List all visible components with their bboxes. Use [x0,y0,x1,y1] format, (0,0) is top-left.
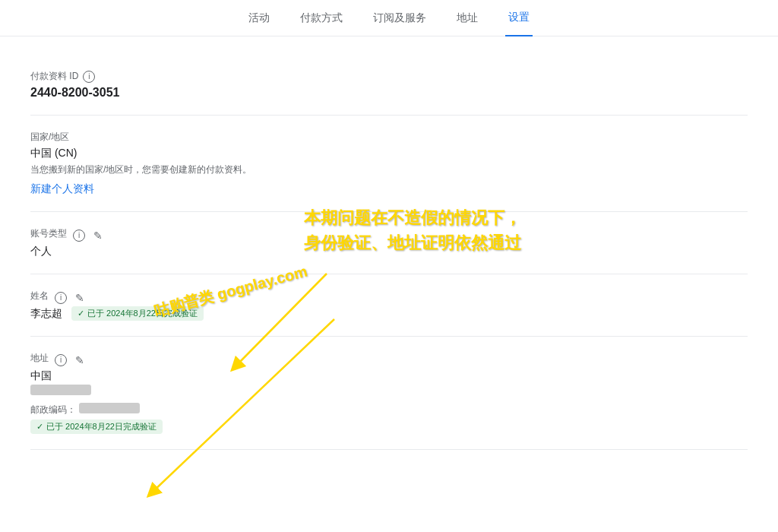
postal-row: 邮政编码： [30,403,748,416]
name-edit-icon[interactable]: ✎ [73,291,87,305]
account-type-value: 个人 [30,245,748,258]
nav-activity[interactable]: 活动 [245,1,273,36]
address-label: 地址 [30,352,49,365]
name-check-icon: ✓ [77,309,84,318]
name-info-icon[interactable]: i [55,292,67,304]
main-content: 付款资料 ID i 2440-8200-3051 国家/地区 中国 (CN) 当… [0,36,778,532]
account-type-header: 账号类型 i ✎ [30,227,748,243]
postal-verified-badge: ✓ 已于 2024年8月22日完成验证 [30,420,163,434]
country-section: 国家/地区 中国 (CN) 当您搬到新的国家/地区时，您需要创建新的付款资料。 … [30,116,748,212]
name-label: 姓名 [30,290,49,302]
nav-settings[interactable]: 设置 [505,0,533,36]
payment-id-label: 付款资料 ID i [30,70,748,83]
payment-id-info-icon[interactable]: i [83,71,95,83]
address-edit-icon[interactable]: ✎ [73,353,87,367]
name-value: 李志超 [30,307,62,321]
address-header: 地址 i ✎ [30,352,748,368]
payment-id-section: 付款资料 ID i 2440-8200-3051 [30,55,748,116]
account-type-edit-icon[interactable]: ✎ [91,229,105,242]
postal-label: 邮政编码： [30,404,76,415]
name-section: 姓名 i ✎ 李志超 ✓ 已于 2024年8月22日完成验证 [30,274,748,337]
nav-payment[interactable]: 付款方式 [297,1,346,36]
address-country: 中国 [30,369,748,383]
address-line [30,385,91,395]
country-note: 当您搬到新的国家/地区时，您需要创建新的付款资料。 [30,163,748,176]
name-verified-badge: ✓ 已于 2024年8月22日完成验证 [71,306,204,321]
account-type-label: 账号类型 [30,227,67,240]
address-section: 地址 i ✎ 中国 邮政编码： ✓ 已于 2024年8月22日完成验证 [30,337,748,450]
postal-value [79,403,140,413]
payment-id-value: 2440-8200-3051 [30,86,748,100]
postal-verified-text: 已于 2024年8月22日完成验证 [46,421,157,432]
name-verified-text: 已于 2024年8月22日完成验证 [87,308,198,319]
account-type-section: 账号类型 i ✎ 个人 [30,212,748,274]
country-value: 中国 (CN) [30,147,748,160]
nav-subscriptions[interactable]: 订阅及服务 [370,1,429,36]
account-type-info-icon[interactable]: i [73,230,85,242]
name-header: 姓名 i ✎ [30,290,748,306]
country-label: 国家/地区 [30,131,748,144]
nav-address[interactable]: 地址 [454,1,481,36]
postal-check-icon: ✓ [36,422,43,432]
new-profile-link[interactable]: 新建个人资料 [30,182,94,196]
top-navigation: 活动 付款方式 订阅及服务 地址 设置 [0,0,778,36]
name-row: 李志超 ✓ 已于 2024年8月22日完成验证 [30,306,748,321]
address-info-icon[interactable]: i [55,354,67,366]
